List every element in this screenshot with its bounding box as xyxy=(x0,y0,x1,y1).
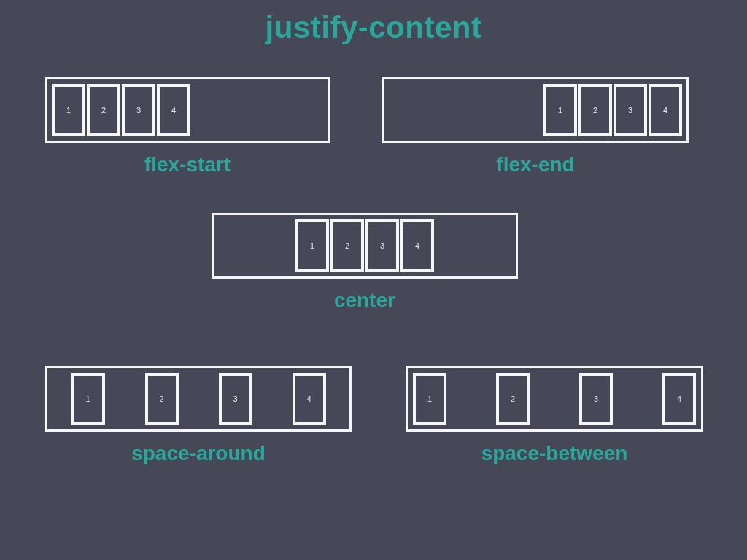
flex-item: 2 xyxy=(330,219,364,272)
flex-item: 2 xyxy=(578,84,612,136)
flex-item: 4 xyxy=(293,373,326,425)
example-label: flex-end xyxy=(382,153,689,176)
flex-item: 1 xyxy=(413,373,446,425)
flex-item: 4 xyxy=(662,373,696,425)
flex-container-space-around: 1 2 3 4 xyxy=(45,366,352,432)
example-flex-end: 1 2 3 4 flex-end xyxy=(382,77,689,176)
flex-item: 1 xyxy=(543,84,577,136)
flex-item: 4 xyxy=(400,219,434,272)
example-label: space-around xyxy=(45,442,352,465)
flex-container-center: 1 2 3 4 xyxy=(212,213,518,279)
flex-item: 2 xyxy=(145,373,179,425)
flex-container-flex-start: 1 2 3 4 xyxy=(45,77,330,143)
flex-item: 3 xyxy=(614,84,647,136)
example-label: flex-start xyxy=(45,153,330,176)
flex-item: 1 xyxy=(295,219,329,272)
flex-item: 3 xyxy=(365,219,399,272)
example-label: center xyxy=(212,289,518,312)
flex-item: 3 xyxy=(122,84,155,136)
flex-item: 1 xyxy=(71,373,105,425)
flex-item: 2 xyxy=(87,84,120,136)
flex-item: 1 xyxy=(52,84,85,136)
flex-container-flex-end: 1 2 3 4 xyxy=(382,77,689,143)
flex-item: 4 xyxy=(157,84,190,136)
flex-item: 3 xyxy=(579,373,613,425)
example-space-around: 1 2 3 4 space-around xyxy=(45,366,352,465)
flex-item: 2 xyxy=(496,373,530,425)
example-flex-start: 1 2 3 4 flex-start xyxy=(45,77,330,176)
example-label: space-between xyxy=(406,442,703,465)
example-space-between: 1 2 3 4 space-between xyxy=(406,366,703,465)
flex-item: 4 xyxy=(649,84,682,136)
flex-item: 3 xyxy=(219,373,252,425)
example-center: 1 2 3 4 center xyxy=(212,213,518,312)
flex-container-space-between: 1 2 3 4 xyxy=(406,366,703,432)
diagram-title: justify-content xyxy=(0,10,747,45)
